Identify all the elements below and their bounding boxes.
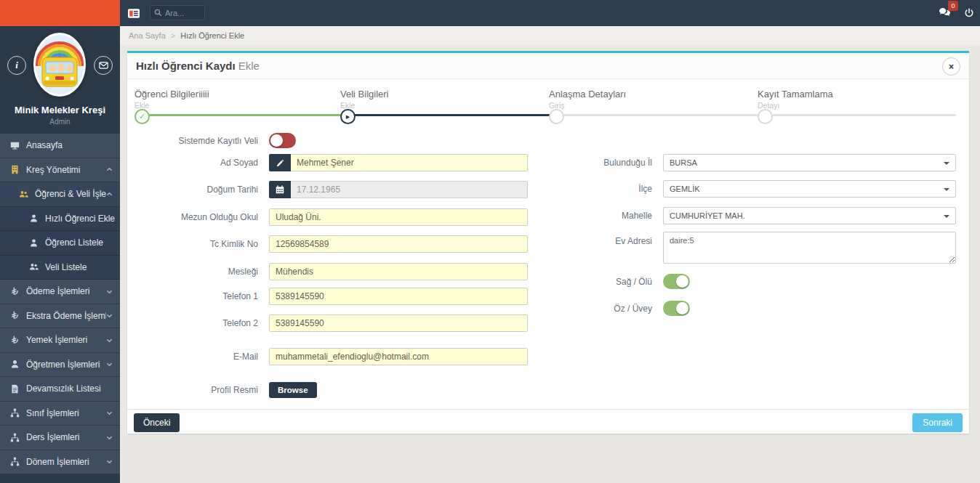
sidebar-nav: AnasayfaKreş YönetimiÖğrenci & Veli İşle… (0, 134, 120, 474)
sag-olu-toggle[interactable] (663, 274, 690, 289)
wizard-steps: Öğrenci Bilgileriiiii Ekle ✓ Veli Bilgil… (127, 79, 969, 131)
collapse-panel-button[interactable]: × (942, 57, 960, 76)
sidebar-item[interactable]: Ders İşlemleri (0, 426, 120, 450)
ad-soyad-input[interactable] (291, 154, 528, 171)
step-current-icon[interactable]: ▸ (340, 109, 356, 124)
search-input[interactable] (165, 9, 203, 17)
field-label: İlçe (553, 184, 663, 194)
sidebar-item[interactable]: Öğretmen İşlemleri (0, 353, 120, 378)
step-anlasma-detaylari: Anlaşma Detayları Giriş (549, 89, 747, 110)
meslek-input[interactable] (269, 263, 528, 280)
toggle-knob (676, 302, 688, 314)
mezun-okul-input[interactable] (269, 208, 528, 226)
sidebar-item[interactable]: Yemek İşlemleri (0, 328, 120, 353)
tc-kimlik-input[interactable] (269, 235, 528, 253)
search-box (150, 5, 205, 20)
chevron-down-icon (106, 410, 113, 416)
sidebar-item[interactable]: Anasayfa (0, 134, 120, 158)
field-label: E-Mail (127, 352, 269, 362)
sidebar-item-label: Ödeme İşlemleri (26, 286, 106, 296)
sidebar-item[interactable]: Kreş Yönetimi (0, 158, 120, 183)
email-input[interactable] (269, 348, 528, 365)
chevron-down-icon (106, 337, 113, 344)
sidebar-item[interactable]: Ekstra Ödeme İşlemleri (0, 304, 120, 329)
school-name: Minik Melekler Kreşi (0, 105, 120, 115)
sidebar-item[interactable]: Hızlı Öğrenci Ekle (0, 207, 120, 232)
chevron-down-icon (106, 312, 113, 319)
field-label: Telefon 2 (127, 318, 269, 328)
field-label: Öz / Üvey (553, 304, 663, 314)
field-label: Sistemde Kayıtlı Veli (127, 136, 269, 146)
step-veli-bilgileri: Veli Bilgileri Ekle ▸ (340, 89, 538, 110)
step-complete-icon[interactable]: ✓ (134, 109, 150, 124)
sidebar-item[interactable]: Öğrenci & Veli İşlemleri (0, 182, 120, 207)
breadcrumb-home[interactable]: Ana Sayfa (129, 31, 166, 40)
search-icon (154, 9, 162, 17)
chevron-down-icon (106, 434, 113, 441)
sistemde-kayitli-veli-toggle[interactable] (269, 133, 296, 148)
sitemap-icon (10, 408, 26, 418)
field-label: Bulunduğu İl (553, 158, 663, 168)
chevron-up-icon (106, 166, 113, 173)
chevron-up-icon (106, 191, 113, 198)
sidebar-item-label: Öğrenci & Veli İşlemleri (35, 189, 106, 199)
sidebar-item[interactable]: Devamsızlık Listesi (0, 377, 120, 402)
mail-icon[interactable] (94, 56, 113, 75)
sidebar-item-label: Kreş Yönetimi (26, 165, 106, 175)
breadcrumb: Ana Sayfa > Hızlı Öğrenci Ekle (120, 26, 980, 45)
step-ogrenci-bilgileri: Öğrenci Bilgileriiiii Ekle ✓ (134, 89, 332, 110)
power-icon[interactable] (964, 8, 974, 18)
field-label: Profil Resmi (127, 385, 269, 395)
sitemap-icon (10, 457, 26, 466)
info-icon[interactable]: i (7, 56, 26, 75)
field-label: Mahelle (553, 211, 663, 221)
toggle-knob (676, 275, 688, 288)
sidebar-item-label: Devamsızlık Listesi (26, 383, 120, 394)
sidebar-item-label: Ekstra Ödeme İşlemleri (26, 311, 106, 321)
browse-button[interactable]: Browse (269, 382, 317, 398)
lira-icon (10, 311, 26, 320)
monitor-icon (10, 141, 26, 150)
step-pending-icon[interactable] (758, 109, 773, 124)
sidebar-item[interactable]: Sınıf İşlemleri (0, 402, 120, 426)
sidebar-item-label: Anasayfa (26, 140, 120, 150)
pencil-icon (269, 154, 291, 171)
breadcrumb-current: Hızlı Öğrenci Ekle (180, 31, 244, 40)
chevron-down-icon (106, 458, 113, 465)
calendar-icon (269, 181, 291, 198)
lira-icon (10, 287, 26, 296)
sidebar-item[interactable]: Dönem İşlemleri (0, 450, 120, 475)
brand-block (0, 0, 120, 26)
telefon1-input[interactable] (269, 288, 528, 305)
sidebar-item-label: Veli Listele (45, 262, 120, 272)
person-icon (10, 360, 26, 369)
school-bus-avatar (33, 33, 86, 97)
sidebar-item[interactable]: Öğrenci Listele (0, 231, 120, 256)
sidebar-item[interactable]: Veli Listele (0, 256, 120, 280)
telefon2-input[interactable] (269, 314, 528, 332)
sitemap-icon (10, 433, 26, 442)
user-role: Admin (0, 118, 120, 126)
sidebar-item[interactable]: Ödeme İşlemleri (0, 280, 120, 304)
quick-student-panel: Hızlı Öğrenci KaydıEkle × Öğrenci Bilgil… (127, 51, 969, 434)
building-icon (10, 165, 26, 174)
profile-section: i (0, 26, 120, 134)
mahalle-select[interactable]: CUMHURİYET MAH. (663, 207, 956, 224)
ev-adresi-textarea[interactable]: daire:5 (663, 232, 956, 264)
chat-badge: 0 (948, 1, 958, 11)
next-button[interactable]: Sonraki (912, 413, 963, 432)
sidebar-item-label: Sınıf İşlemleri (26, 408, 106, 418)
il-select[interactable]: BURSA (663, 154, 956, 171)
toggle-knob (270, 134, 283, 147)
previous-button[interactable]: Önceki (134, 413, 180, 432)
oz-uvey-toggle[interactable] (663, 301, 690, 316)
chat-icon[interactable]: 0 (939, 7, 951, 20)
sidebar-toggle-icon[interactable] (128, 8, 140, 21)
page-title: Hızlı Öğrenci KaydıEkle (136, 60, 260, 72)
sidebar: i (0, 26, 120, 483)
step-pending-icon[interactable] (549, 109, 564, 124)
panel-header: Hızlı Öğrenci KaydıEkle × (127, 53, 969, 79)
dogum-tarihi-input[interactable] (291, 181, 528, 198)
sidebar-item-label: Yemek İşlemleri (26, 335, 106, 345)
ilce-select[interactable]: GEMLİK (663, 180, 956, 198)
